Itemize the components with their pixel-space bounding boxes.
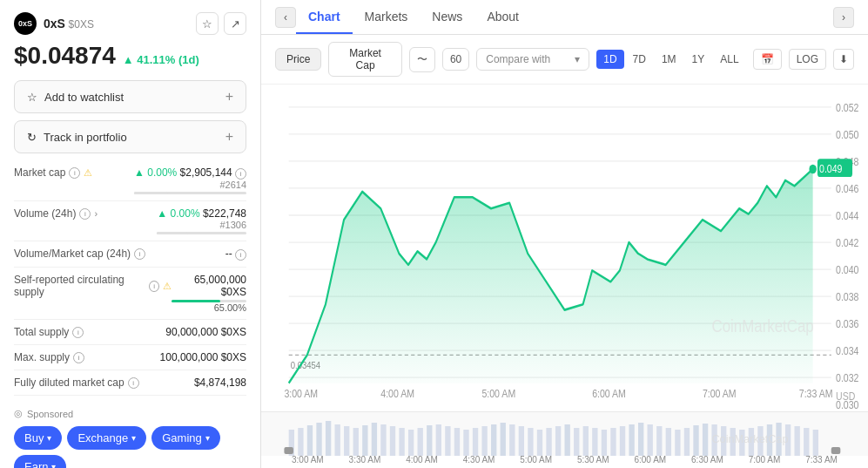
svg-rect-97 bbox=[831, 447, 841, 454]
compare-chevron: ▾ bbox=[575, 53, 580, 65]
svg-rect-59 bbox=[491, 424, 496, 456]
volmc-val-info[interactable]: i bbox=[235, 249, 246, 261]
line-chart-icon[interactable]: 〜 bbox=[409, 47, 435, 72]
supply-warn-icon: ⚠ bbox=[163, 281, 172, 292]
svg-rect-50 bbox=[408, 430, 414, 456]
svg-rect-64 bbox=[537, 430, 542, 456]
price-row: $0.04874 ▲ 41.11% (1d) bbox=[14, 42, 246, 70]
time-group: 1D 7D 1M 1Y ALL bbox=[596, 50, 745, 69]
svg-rect-81 bbox=[693, 425, 698, 456]
svg-rect-80 bbox=[684, 428, 690, 456]
svg-rect-72 bbox=[610, 428, 616, 456]
share-button[interactable]: ↗ bbox=[224, 12, 246, 35]
svg-rect-42 bbox=[334, 424, 340, 456]
svg-rect-70 bbox=[592, 428, 597, 456]
svg-text:CoinMarketCap: CoinMarketCap bbox=[711, 316, 813, 336]
time-all[interactable]: ALL bbox=[713, 50, 745, 69]
main-chart-svg: 0.052 0.050 0.048 0.046 0.044 0.042 0.04… bbox=[261, 85, 868, 411]
svg-text:0.044: 0.044 bbox=[836, 209, 859, 222]
price-change: ▲ 41.11% (1d) bbox=[123, 53, 199, 66]
svg-text:0.038: 0.038 bbox=[836, 290, 859, 303]
svg-rect-41 bbox=[326, 421, 331, 456]
time-1y[interactable]: 1Y bbox=[685, 50, 712, 69]
mini-chart-svg: CoinMarketCap bbox=[261, 412, 868, 456]
svg-rect-79 bbox=[675, 430, 680, 456]
refresh-icon: ↻ bbox=[27, 131, 37, 144]
time-1d[interactable]: 1D bbox=[596, 50, 623, 69]
earn-chevron: ▾ bbox=[51, 462, 56, 468]
svg-rect-93 bbox=[804, 428, 809, 456]
svg-rect-63 bbox=[528, 428, 533, 456]
svg-rect-49 bbox=[399, 428, 404, 456]
earn-button[interactable]: Earn ▾ bbox=[14, 455, 66, 468]
supply-info-icon[interactable]: i bbox=[149, 281, 159, 292]
scroll-left-arrow[interactable]: ‹ bbox=[275, 7, 296, 28]
svg-rect-94 bbox=[813, 430, 818, 456]
svg-rect-92 bbox=[795, 426, 800, 456]
watchlist-label: Add to watchlist bbox=[44, 91, 124, 104]
interval-button[interactable]: 60 bbox=[442, 48, 469, 71]
svg-text:7:00 AM: 7:00 AM bbox=[703, 387, 737, 400]
svg-rect-96 bbox=[284, 447, 293, 454]
max-supply-info[interactable]: i bbox=[73, 352, 84, 363]
marketcap-button[interactable]: Market Cap bbox=[328, 42, 402, 77]
svg-text:5:00 AM: 5:00 AM bbox=[481, 387, 515, 400]
svg-text:0.042: 0.042 bbox=[836, 236, 858, 249]
svg-rect-43 bbox=[344, 426, 349, 456]
portfolio-label: Track in portfolio bbox=[44, 131, 127, 144]
star-icon: ☆ bbox=[27, 91, 37, 104]
tab-news[interactable]: News bbox=[420, 1, 474, 34]
fdmc-info[interactable]: i bbox=[128, 377, 139, 389]
svg-rect-74 bbox=[629, 424, 634, 456]
tab-markets[interactable]: Markets bbox=[353, 1, 421, 34]
svg-text:3:00 AM: 3:00 AM bbox=[284, 387, 318, 400]
svg-rect-61 bbox=[509, 424, 515, 456]
svg-rect-75 bbox=[638, 423, 643, 456]
svg-rect-58 bbox=[481, 426, 487, 456]
mini-x-labels: 3:00 AM 3:30 AM 4:00 AM 4:30 AM 5:00 AM … bbox=[261, 455, 868, 465]
sponsored-section: ◎ Sponsored Buy ▾ Exchange ▾ Gaming ▾ Ea… bbox=[14, 408, 246, 468]
svg-rect-40 bbox=[316, 423, 321, 456]
svg-rect-67 bbox=[565, 424, 570, 456]
svg-text:0.049: 0.049 bbox=[819, 162, 842, 175]
svg-rect-51 bbox=[418, 428, 423, 456]
total-supply-info[interactable]: i bbox=[72, 327, 84, 338]
svg-rect-45 bbox=[362, 425, 367, 456]
svg-rect-53 bbox=[436, 424, 441, 456]
coin-actions: ☆ ↗ bbox=[196, 12, 246, 35]
tab-chart[interactable]: Chart bbox=[296, 1, 353, 34]
calendar-button[interactable]: 📅 bbox=[753, 49, 782, 70]
scroll-right-arrow[interactable]: › bbox=[833, 7, 854, 28]
download-button[interactable]: ⬇ bbox=[833, 49, 854, 70]
svg-text:0.052: 0.052 bbox=[836, 101, 858, 114]
volume-info-icon[interactable]: i bbox=[79, 208, 91, 220]
mini-chart-area: CoinMarketCap 3:00 AM 3:30 AM 4:00 AM 4:… bbox=[261, 411, 868, 468]
sponsored-label-text: Sponsored bbox=[27, 409, 73, 419]
log-button[interactable]: LOG bbox=[789, 49, 826, 70]
svg-rect-71 bbox=[602, 430, 607, 456]
time-7d[interactable]: 7D bbox=[626, 50, 653, 69]
buy-button[interactable]: Buy ▾ bbox=[14, 426, 62, 450]
svg-rect-65 bbox=[546, 428, 551, 456]
svg-text:7:33 AM: 7:33 AM bbox=[799, 387, 833, 400]
portfolio-button[interactable]: ↻ Track in portfolio + bbox=[14, 120, 246, 153]
coin-name: 0xS bbox=[44, 17, 65, 31]
star-button[interactable]: ☆ bbox=[196, 12, 219, 35]
sponsored-buttons: Buy ▾ Exchange ▾ Gaming ▾ bbox=[14, 426, 246, 450]
svg-rect-46 bbox=[372, 423, 377, 456]
mc-val-info[interactable]: i bbox=[235, 168, 246, 180]
price-button[interactable]: Price bbox=[275, 48, 321, 71]
volmc-info-icon[interactable]: i bbox=[134, 248, 145, 260]
watchlist-button[interactable]: ☆ Add to watchlist + bbox=[14, 80, 246, 113]
svg-rect-77 bbox=[656, 426, 662, 456]
gaming-button[interactable]: Gaming ▾ bbox=[151, 426, 220, 450]
time-1m[interactable]: 1M bbox=[655, 50, 683, 69]
tab-about[interactable]: About bbox=[474, 1, 531, 34]
svg-text:0.036: 0.036 bbox=[836, 317, 859, 330]
chart-area: 0.052 0.050 0.048 0.046 0.044 0.042 0.04… bbox=[261, 85, 868, 411]
coin-header: 0xS 0xS $0XS ☆ ↗ bbox=[14, 12, 246, 35]
marketcap-info-icon[interactable]: i bbox=[69, 167, 80, 179]
compare-select[interactable]: Compare with ▾ bbox=[476, 48, 589, 71]
exchange-button[interactable]: Exchange ▾ bbox=[67, 426, 146, 450]
svg-rect-55 bbox=[454, 428, 460, 456]
